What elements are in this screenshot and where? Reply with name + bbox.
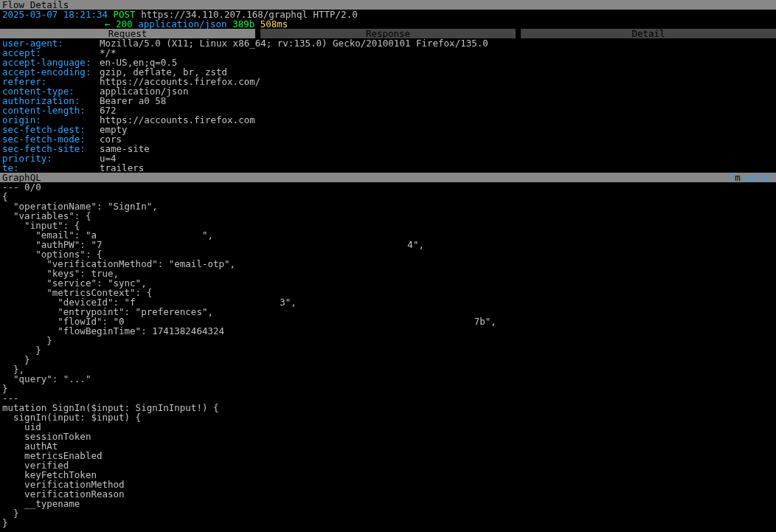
search-indicator: --- 0/0	[2, 182, 41, 193]
header-row: authorization:Bearer a0 58	[2, 96, 774, 106]
response-time: 508ms	[260, 18, 288, 30]
timestamp: 2025-03-07 18:21:34	[2, 9, 108, 20]
tab-detail[interactable]: Detail	[521, 29, 776, 38]
header-row: user-agent:Mozilla/5.0 (X11; Linux x86_6…	[2, 38, 774, 48]
graphql-content: { "operationName": "SignIn", "variables"…	[2, 191, 496, 528]
request-headers: user-agent:Mozilla/5.0 (X11; Linux x86_6…	[0, 38, 776, 173]
header-row: sec-fetch-site:same-site	[2, 144, 774, 153]
response-size: 389b	[232, 18, 254, 30]
view-mode[interactable]: [m:auto]	[730, 173, 774, 182]
graphql-section-bar: GraphQL [m:auto]	[0, 173, 776, 182]
content-type: application/json	[138, 18, 226, 30]
header-value: trailers	[100, 163, 144, 173]
http-version: HTTP/2.0	[313, 9, 357, 20]
header-row: te:trailers	[2, 163, 774, 173]
graphql-body[interactable]: --- 0/0 { "operationName": "SignIn", "va…	[0, 182, 776, 528]
header-value: Mozilla/5.0 (X11; Linux x86_64; rv:135.0…	[100, 38, 488, 48]
